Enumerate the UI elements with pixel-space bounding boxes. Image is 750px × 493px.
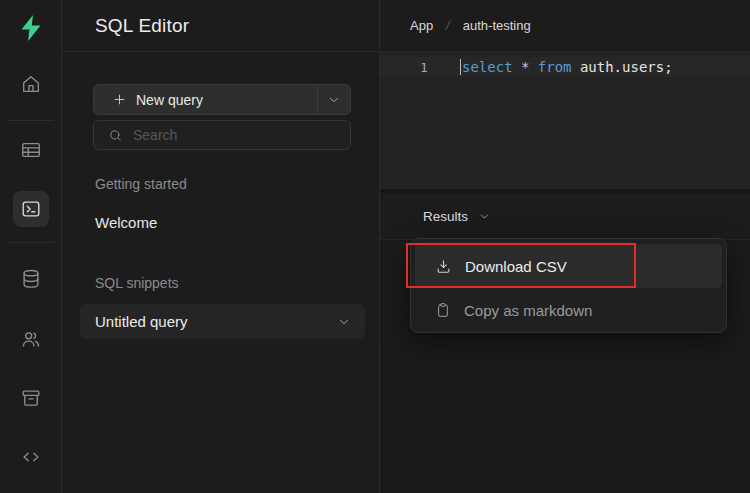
sql-keyword: from — [538, 59, 572, 75]
sidebar-item-table-editor[interactable] — [13, 132, 49, 168]
new-query-button[interactable]: New query — [93, 84, 351, 115]
search-input[interactable] — [133, 127, 323, 143]
clipboard-icon — [435, 302, 451, 318]
rail-divider — [8, 242, 54, 243]
section-heading-getting-started: Getting started — [95, 176, 187, 192]
sql-code-editor[interactable]: 1 select*fromauth.users; — [380, 52, 750, 189]
code-line[interactable]: 1 select*fromauth.users; — [380, 57, 750, 77]
sidebar-item-database[interactable] — [13, 261, 49, 297]
search-icon — [108, 128, 123, 143]
breadcrumb-separator: / — [445, 18, 452, 33]
new-query-dropdown-button[interactable] — [317, 85, 350, 114]
sidebar-item-authentication[interactable] — [13, 321, 49, 357]
storage-icon — [20, 387, 42, 409]
chevron-down-icon — [337, 315, 351, 329]
sql-statement: select*fromauth.users; — [460, 59, 673, 75]
menu-item-label: Download CSV — [465, 258, 567, 275]
page-title: SQL Editor — [95, 15, 189, 37]
chevron-down-icon[interactable] — [478, 210, 491, 223]
sidebar-item-untitled-query[interactable]: Untitled query — [80, 304, 365, 339]
sidebar-item-home[interactable] — [13, 66, 49, 102]
sql-keyword: select — [462, 59, 513, 75]
sql-operator: * — [521, 59, 529, 75]
breadcrumb-app[interactable]: App — [410, 18, 433, 33]
sidebar-item-storage[interactable] — [13, 380, 49, 416]
results-dropdown-menu: Download CSV Copy as markdown — [410, 238, 727, 333]
home-icon — [20, 73, 42, 95]
search-box[interactable] — [93, 120, 351, 150]
snippet-label: Untitled query — [95, 313, 188, 330]
sidebar-item-sql-editor[interactable] — [13, 191, 49, 227]
breadcrumb-project[interactable]: auth-testing — [463, 18, 531, 33]
sql-editor-app: SQL Editor New query Getting started Wel… — [0, 0, 750, 493]
download-icon — [435, 258, 452, 275]
menu-item-download-csv[interactable]: Download CSV — [415, 244, 722, 288]
nav-rail — [0, 0, 62, 493]
sidebar-item-api[interactable] — [13, 439, 49, 475]
sql-editor-icon — [20, 198, 42, 220]
auth-users-icon — [20, 328, 42, 350]
supabase-logo[interactable] — [16, 13, 46, 43]
chevron-down-icon — [327, 93, 341, 107]
section-heading-sql-snippets: SQL snippets — [95, 275, 179, 291]
results-header: Results — [380, 193, 750, 240]
new-query-label: New query — [136, 92, 203, 108]
rail-divider — [8, 120, 54, 121]
results-label: Results — [423, 209, 468, 224]
database-icon — [20, 268, 42, 290]
breadcrumb: App / auth-testing — [380, 0, 750, 52]
line-number: 1 — [380, 60, 460, 75]
table-editor-icon — [20, 139, 42, 161]
plus-icon — [112, 92, 127, 107]
new-query-main[interactable]: New query — [94, 85, 317, 114]
menu-item-label: Copy as markdown — [464, 302, 592, 319]
api-code-icon — [20, 446, 42, 468]
sidebar-item-welcome[interactable]: Welcome — [95, 214, 157, 231]
sql-identifier: auth.users; — [580, 59, 673, 75]
sql-editor-sidebar: SQL Editor New query Getting started Wel… — [62, 0, 380, 493]
menu-item-copy-as-markdown[interactable]: Copy as markdown — [415, 288, 722, 332]
sidebar-header: SQL Editor — [62, 0, 379, 52]
